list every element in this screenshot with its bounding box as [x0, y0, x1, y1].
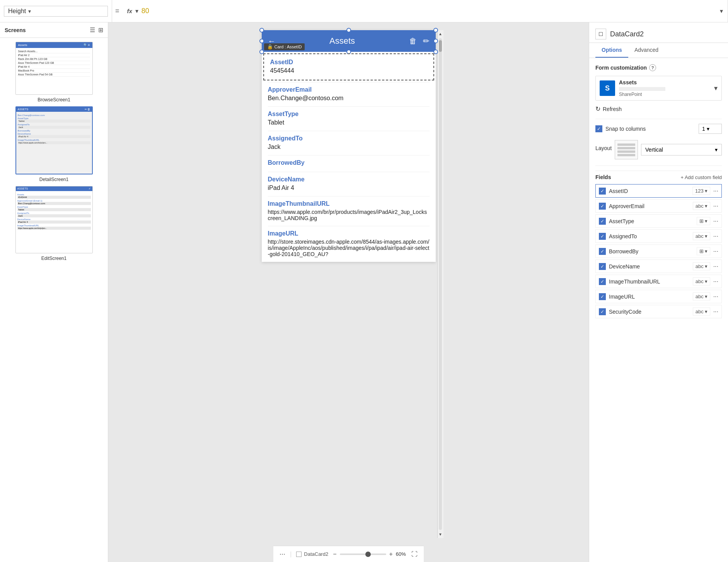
help-icon[interactable]: ? [649, 64, 656, 71]
zoom-slider[interactable] [340, 553, 386, 555]
field-row-securitycode[interactable]: ✓ SecurityCode abc ▾ ··· [595, 305, 722, 318]
field-type-chevron-0: ▾ [705, 188, 708, 194]
field-row-assetid[interactable]: ✓ AssetID 123 ▾ ··· [595, 184, 722, 198]
field-label-thumbnail: ImageThumbnailURL [268, 200, 430, 207]
field-menu-assettype[interactable]: ··· [713, 218, 718, 225]
screen-item-detail[interactable]: ASSETS ✏ 🗑 Ben.Chang@contoso.com AssetTy… [4, 106, 104, 182]
field-type-assetid[interactable]: 123 ▾ [692, 187, 710, 195]
layout-section: Layout Vertical ▾ [595, 140, 722, 159]
field-row-imagethumbnail[interactable]: ✓ ImageThumbnailURL abc ▾ ··· [595, 275, 722, 288]
field-type-label-assetid: 123 [695, 188, 704, 194]
field-checkbox-assignedto[interactable]: ✓ [599, 233, 606, 240]
browse-row-4: Asus ThinScreen Pad 123 GB [18, 61, 90, 65]
field-menu-imageurl[interactable]: ··· [713, 293, 718, 300]
card-tooltip: 🔒 Card : AssetID [264, 43, 305, 50]
field-label-assetid: AssetID [270, 59, 427, 66]
datasource-expand-icon[interactable]: ▾ [714, 84, 718, 92]
layout-line-4 [617, 154, 635, 156]
field-row-devicename[interactable]: ✓ DeviceName abc ▾ ··· [595, 260, 722, 273]
field-type-devicename[interactable]: abc ▾ [693, 262, 710, 270]
sidebar-grid-view-icon[interactable]: ⊞ [98, 26, 103, 34]
field-type-approveremail[interactable]: abc ▾ [693, 202, 710, 210]
field-type-label-imagethumbnail: abc [696, 278, 704, 284]
field-row-assettype[interactable]: ✓ AssetType ⊞ ▾ ··· [595, 214, 722, 228]
browse-row-7: Asus ThinScreen Pad 54 GB [18, 73, 90, 77]
field-menu-approveremail[interactable]: ··· [713, 203, 718, 210]
field-value-assetid: 4545444 [270, 67, 427, 74]
field-checkbox-approveremail[interactable]: ✓ [599, 203, 606, 210]
layout-dropdown[interactable]: Vertical ▾ [641, 144, 722, 155]
field-menu-devicename[interactable]: ··· [713, 263, 718, 270]
zoom-in-icon[interactable]: + [389, 551, 393, 558]
screen-item-edit[interactable]: ASSETS ✓ Assets 4545444 ApproverEmail (E… [4, 186, 104, 261]
canvas-scroll-area[interactable]: ▲ ▼ ← Assets 🗑 ✏ [108, 22, 589, 546]
main-area: Screens ☰ ⊞ Assets 🔍 ≡ Search Assets... … [0, 22, 728, 562]
delete-icon[interactable]: 🗑 [409, 37, 417, 46]
canvas-scroll-bar[interactable]: ▲ ▼ [437, 30, 443, 538]
detail-thumb-header: ASSETS ✏ 🗑 [16, 107, 92, 112]
zoom-slider-thumb [365, 552, 371, 557]
snap-checkbox[interactable]: ✓ [595, 125, 602, 132]
formula-expand-icon[interactable]: ▾ [720, 7, 723, 15]
field-type-label-borrowedby: ⊞ [699, 248, 704, 254]
field-label-imageurl: ImageURL [268, 230, 430, 237]
field-type-label-securitycode: abc [696, 309, 704, 314]
field-checkbox-borrowedby[interactable]: ✓ [599, 248, 606, 255]
fields-title: Fields [595, 174, 611, 180]
field-checkbox-imageurl[interactable]: ✓ [599, 293, 606, 300]
field-menu-assetid[interactable]: ··· [713, 188, 718, 195]
add-custom-field-button[interactable]: + Add custom field [680, 174, 722, 180]
screen-tab-checkbox[interactable] [296, 552, 302, 557]
field-row-imageurl[interactable]: ✓ ImageURL abc ▾ ··· [595, 290, 722, 303]
more-options-icon[interactable]: ··· [280, 550, 285, 558]
field-name-approveremail: ApproverEmail [609, 203, 690, 209]
screen-tab[interactable]: DataCard2 [296, 551, 328, 557]
field-menu-borrowedby[interactable]: ··· [713, 248, 718, 255]
sidebar-title: Screens [5, 27, 26, 33]
field-row-approveremail[interactable]: ✓ ApproverEmail abc ▾ ··· [595, 199, 722, 213]
screen-item-browse[interactable]: Assets 🔍 ≡ Search Assets... iPad Air 2 R… [4, 42, 104, 102]
right-panel: □ DataCard2 Options Advanced Form custom… [589, 22, 728, 562]
tab-options[interactable]: Options [595, 43, 628, 58]
formula-bar: fx ▾ 80 ▾ [123, 0, 728, 22]
field-checkbox-devicename[interactable]: ✓ [599, 263, 606, 270]
expand-canvas-icon[interactable]: ⛶ [411, 551, 418, 558]
refresh-row[interactable]: ↻ Refresh [595, 105, 722, 113]
selected-datacard[interactable]: 🔒 Card : AssetID AssetID 4545444 [263, 53, 434, 80]
field-type-imageurl[interactable]: abc ▾ [693, 292, 710, 301]
divider-2 [595, 166, 722, 166]
field-type-borrowedby[interactable]: ⊞ ▾ [697, 247, 710, 255]
field-checkbox-securitycode[interactable]: ✓ [599, 308, 606, 315]
field-checkbox-assettype[interactable]: ✓ [599, 218, 606, 225]
field-type-assignedto[interactable]: abc ▾ [693, 232, 710, 240]
datasource-card[interactable]: S Assets SharePoint ▾ [595, 76, 722, 101]
snap-value-dropdown[interactable]: 1 ▾ [699, 124, 722, 134]
field-type-assettype[interactable]: ⊞ ▾ [697, 217, 710, 225]
bottom-separator-1: | [290, 551, 292, 558]
field-menu-securitycode[interactable]: ··· [713, 308, 718, 315]
formula-dropdown-btn[interactable]: ▾ [135, 7, 138, 15]
field-type-securitycode[interactable]: abc ▾ [693, 307, 710, 316]
browse-thumb-header: Assets 🔍 ≡ [16, 42, 92, 48]
field-checkbox-assetid[interactable]: ✓ [599, 188, 606, 195]
field-row-assignedto[interactable]: ✓ AssignedTo abc ▾ ··· [595, 229, 722, 243]
field-row-borrowedby[interactable]: ✓ BorrowedBy ⊞ ▾ ··· [595, 244, 722, 258]
field-type-chevron-5: ▾ [705, 263, 708, 269]
field-checkbox-imagethumbnail[interactable]: ✓ [599, 278, 606, 285]
field-name-imagethumbnail: ImageThumbnailURL [609, 278, 690, 285]
zoom-out-icon[interactable]: − [333, 551, 336, 558]
datacard-icon: □ [595, 29, 606, 39]
field-type-label-approveremail: abc [696, 203, 704, 209]
property-dropdown[interactable]: Height ▾ [4, 6, 108, 17]
tab-advanced[interactable]: Advanced [628, 43, 665, 58]
layout-preview[interactable] [615, 140, 638, 159]
fields-header: Fields + Add custom field [595, 171, 722, 180]
field-menu-assignedto[interactable]: ··· [713, 233, 718, 240]
scroll-up-arrow[interactable]: ▲ [437, 30, 444, 38]
field-menu-imagethumbnail[interactable]: ··· [713, 278, 718, 285]
field-type-imagethumbnail[interactable]: abc ▾ [693, 277, 710, 285]
sidebar-list-view-icon[interactable]: ☰ [90, 26, 95, 34]
scroll-down-arrow[interactable]: ▼ [437, 531, 444, 538]
edit-icon[interactable]: ✏ [423, 36, 430, 46]
canvas-bottom-bar: ··· | DataCard2 − + 60% ⛶ [273, 546, 424, 562]
